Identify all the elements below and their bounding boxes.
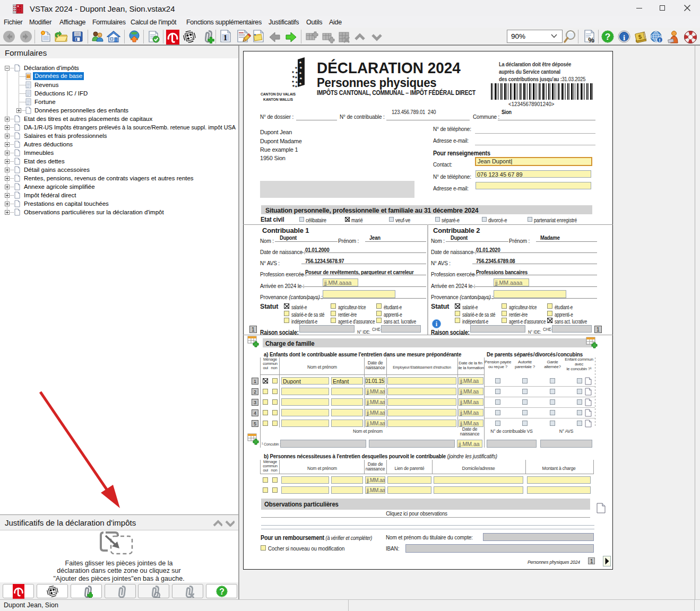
svg-text:★: ★ <box>299 71 302 75</box>
svg-text:★: ★ <box>295 84 298 88</box>
svg-text:!: ! <box>659 38 661 43</box>
svg-text:★: ★ <box>292 80 295 83</box>
svg-text:★: ★ <box>292 70 295 74</box>
svg-text:★: ★ <box>295 80 298 84</box>
svg-text:★: ★ <box>299 82 302 85</box>
svg-text:★: ★ <box>295 66 298 69</box>
svg-text:%: % <box>588 36 594 44</box>
svg-text:★: ★ <box>292 84 295 88</box>
svg-text:?: ? <box>605 31 611 42</box>
svg-text:★: ★ <box>295 71 298 74</box>
svg-text:★: ★ <box>295 75 298 79</box>
svg-text:1: 1 <box>223 33 228 42</box>
svg-text:★: ★ <box>292 75 295 78</box>
svg-text:i: i <box>623 33 625 42</box>
svg-text:?: ? <box>219 587 224 596</box>
svg-text:★: ★ <box>299 60 302 64</box>
svg-text:★: ★ <box>299 66 303 69</box>
svg-text:★: ★ <box>299 76 303 80</box>
